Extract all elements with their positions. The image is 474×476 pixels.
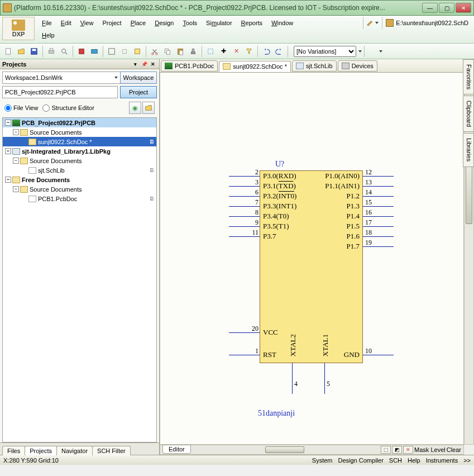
dxp-menu[interactable]: DXP (2, 17, 35, 40)
pin-name: P1.1(AIN1) (263, 182, 360, 191)
rail-clipboard[interactable]: Clipboard (463, 96, 474, 132)
tree-libpkg-root[interactable]: − sjt-Integrated_Library1.LibPkg (3, 146, 156, 156)
doctab-pcb[interactable]: PCB1.PcbDoc (161, 60, 218, 72)
panel-tabs: Files Projects Navigator SCH Filter (0, 442, 159, 455)
workspace-input[interactable] (2, 72, 122, 84)
menu-file[interactable]: File (38, 18, 56, 28)
panel-config-button[interactable]: ◉ (129, 102, 141, 114)
svg-rect-15 (166, 50, 170, 54)
preview-button[interactable] (58, 45, 70, 58)
status-help[interactable]: Help (408, 457, 420, 464)
schematic-canvas[interactable]: U? 51danpianji 2P3.0(RXD)3P3.1(TXD)6P3.2… (160, 73, 464, 445)
minimize-button[interactable]: — (422, 3, 438, 13)
tree-schlib-file[interactable]: sjt.SchLib 🗎 (3, 165, 156, 175)
menu-design[interactable]: Design (151, 18, 178, 28)
structure-editor-radio[interactable]: Structure Editor (42, 104, 94, 112)
tab-projects[interactable]: Projects (25, 446, 57, 455)
variations-select[interactable]: [No Variations] (294, 45, 362, 58)
svg-rect-7 (79, 49, 84, 54)
project-button[interactable]: Project (120, 86, 157, 98)
pin-name: P1.2 (263, 192, 360, 201)
menu-custom-icon[interactable] (363, 17, 381, 29)
doctab-schlib[interactable]: sjt.SchLib (292, 60, 337, 72)
clear-button[interactable]: Clear (447, 446, 461, 453)
menu-edit[interactable]: Edit (57, 18, 75, 28)
svg-rect-0 (6, 48, 11, 54)
tree-source-documents[interactable]: − Source Documents (3, 184, 156, 194)
menu-help[interactable]: Help (38, 30, 59, 40)
tab-files[interactable]: Files (2, 446, 25, 455)
horizontal-scrollbar[interactable]: Editor ⬚ ◩ ✕ Mask Level Clear (160, 445, 464, 455)
cut-button[interactable] (149, 45, 161, 58)
open-button[interactable] (15, 45, 27, 58)
editor-tab[interactable]: Editor (162, 445, 191, 454)
panel-close-button[interactable]: ✕ (149, 60, 157, 68)
project-tree[interactable]: − PCB_Project0922.PrjPCB − Source Docume… (2, 117, 157, 442)
pin-number: 3 (248, 178, 258, 187)
menu-tools[interactable]: Tools (179, 18, 201, 28)
menu-place[interactable]: Place (127, 18, 150, 28)
mask-level-button[interactable]: Mask Level (414, 446, 446, 453)
menu-window[interactable]: Window (267, 18, 297, 28)
tree-project-root[interactable]: − PCB_Project0922.PrjPCB (3, 118, 156, 127)
pin-number: 18 (365, 229, 372, 237)
tree-free-documents[interactable]: − Free Documents (3, 175, 156, 184)
pin-name: P1.7 (263, 242, 360, 251)
status-more[interactable]: >> (463, 457, 471, 464)
document-tabs: PCB1.PcbDoc sunjt0922.SchDoc * sjt.SchLi… (160, 59, 474, 73)
zoom-fit-button[interactable] (106, 45, 118, 58)
doctab-schdoc[interactable]: sunjt0922.SchDoc * (219, 61, 291, 72)
browse-button[interactable] (88, 45, 100, 58)
tree-pcbdoc-file[interactable]: PCB1.PcbDoc 🗎 (3, 194, 156, 203)
component-name[interactable]: 51danpianji (258, 409, 295, 418)
status-sch[interactable]: SCH (389, 457, 402, 464)
tab-sch-filter[interactable]: SCH Filter (92, 446, 131, 455)
toggle-mask-icon[interactable]: ◩ (392, 446, 402, 454)
pin-number: 13 (365, 178, 372, 187)
clear-filter-button[interactable] (243, 45, 255, 58)
status-system[interactable]: System (312, 457, 333, 464)
file-view-radio[interactable]: File View (4, 104, 38, 112)
maximize-button[interactable]: ▢ (439, 3, 454, 13)
pin-number: 7 (248, 198, 258, 207)
menu-simulator[interactable]: Simulator (202, 18, 236, 28)
panel-options-button[interactable] (142, 102, 155, 114)
tree-schdoc-file[interactable]: sunjt0922.SchDoc * 🗎 (3, 137, 156, 146)
zoom-selected-button[interactable] (131, 45, 143, 58)
component-designator[interactable]: U? (275, 160, 284, 169)
panel-dropdown-button[interactable]: ▾ (131, 60, 139, 68)
menu-reports[interactable]: Reports (237, 18, 267, 28)
svg-rect-3 (49, 50, 54, 53)
status-design-compiler[interactable]: Design Compiler (338, 457, 384, 464)
rail-libraries[interactable]: Libraries (463, 133, 474, 166)
print-button[interactable] (45, 45, 58, 58)
workspace-button[interactable]: Workspace (120, 72, 157, 84)
rail-favorites[interactable]: Favorites (463, 59, 474, 94)
rubber-stamp-button[interactable] (187, 45, 199, 58)
panel-pin-button[interactable]: 📌 (140, 60, 148, 68)
tree-source-documents[interactable]: − Source Documents (3, 156, 156, 165)
tab-navigator[interactable]: Navigator (56, 446, 93, 455)
new-button[interactable] (2, 45, 15, 58)
toggle-dim-icon[interactable]: ✕ (403, 446, 413, 454)
select-button[interactable] (204, 45, 217, 58)
close-button[interactable]: ✕ (456, 3, 471, 13)
menu-project[interactable]: Project (98, 18, 125, 28)
copy-button[interactable] (161, 45, 174, 58)
status-instruments[interactable]: Instruments (426, 457, 458, 464)
save-button[interactable] (28, 45, 40, 58)
compile-button[interactable] (75, 45, 88, 58)
deselect-button[interactable]: ✕ (230, 45, 242, 58)
paste-button[interactable] (174, 45, 186, 58)
project-input[interactable] (2, 86, 118, 98)
move-button[interactable]: ✚ (217, 45, 229, 58)
redo-button[interactable] (273, 45, 285, 58)
zoom-area-button[interactable] (118, 45, 131, 58)
undo-button[interactable] (260, 45, 272, 58)
tree-source-documents[interactable]: − Source Documents (3, 127, 156, 137)
toolbar-extra-dropdown[interactable] (367, 45, 395, 58)
pin-name: P1.5 (263, 222, 360, 231)
toggle-heads-up-icon[interactable]: ⬚ (381, 446, 391, 454)
menu-view[interactable]: View (76, 18, 98, 28)
doctab-devices[interactable]: Devices (338, 60, 377, 72)
